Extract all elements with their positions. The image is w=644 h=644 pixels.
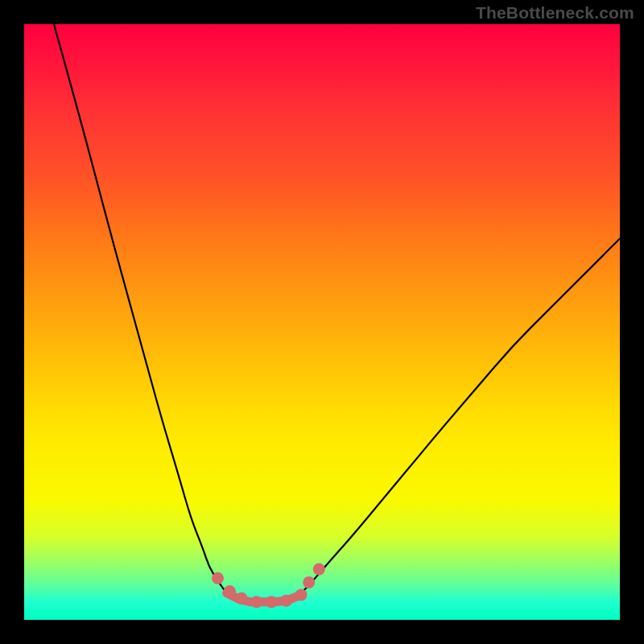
chart-frame: TheBottleneck.com	[0, 0, 644, 644]
watermark-text: TheBottleneck.com	[476, 3, 634, 23]
marker-dot	[250, 596, 262, 608]
marker-dot	[313, 564, 325, 576]
right-curve	[298, 238, 620, 596]
plot-area	[24, 24, 620, 620]
marker-dot	[266, 596, 278, 608]
marker-dots	[212, 564, 325, 609]
marker-dot	[224, 585, 236, 597]
marker-dot	[212, 572, 224, 584]
marker-dot	[236, 592, 248, 605]
marker-dot	[303, 576, 315, 588]
chart-svg	[24, 24, 620, 620]
marker-dot	[295, 588, 308, 601]
left-curve	[54, 24, 227, 593]
marker-dot	[280, 595, 292, 607]
